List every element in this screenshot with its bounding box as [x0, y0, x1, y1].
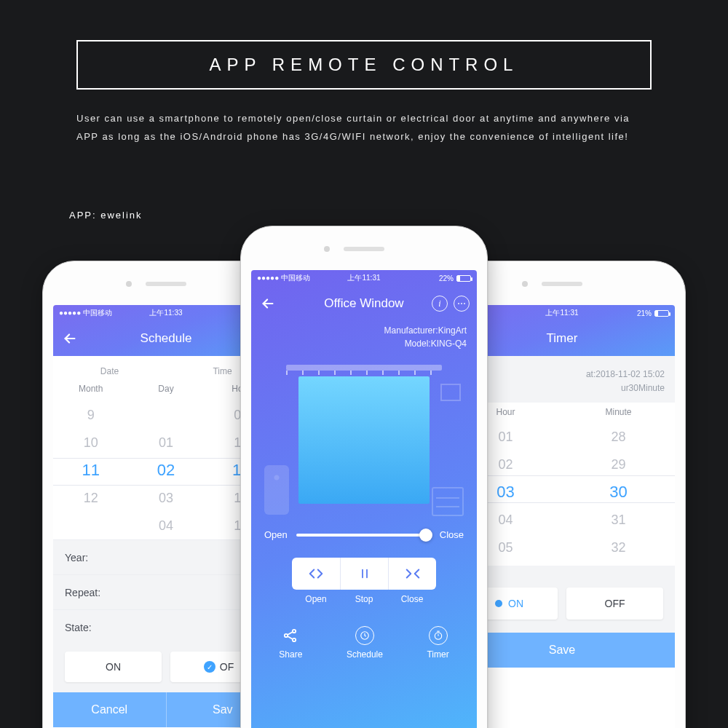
slider-knob[interactable]	[419, 529, 432, 542]
state-on-button[interactable]: ON	[65, 652, 162, 682]
curtain-visual	[251, 355, 477, 522]
device-meta: Manufacturer:KingArt Model:KING-Q4	[251, 321, 477, 355]
slider-open-label: Open	[264, 529, 288, 540]
curtain-panel	[298, 376, 430, 504]
back-icon[interactable]	[62, 331, 78, 347]
phone-device: ●●●●● 中国移动 上午11:31 22% Office Window i ⋯…	[240, 226, 488, 728]
phone-camera-dot	[324, 246, 330, 252]
nav-schedule[interactable]: Schedule	[347, 626, 383, 660]
schedule-icon	[355, 626, 374, 645]
svg-point-8	[435, 633, 441, 639]
radio-on-icon	[495, 600, 502, 607]
control-buttons	[251, 558, 477, 590]
phone-speaker	[344, 247, 384, 251]
battery-icon	[654, 310, 669, 317]
stop-button[interactable]	[340, 558, 388, 590]
close-button[interactable]	[388, 558, 436, 590]
off-button[interactable]: OFF	[566, 587, 663, 620]
picker-col-month: Month 9 10 11 12	[53, 384, 128, 539]
nav-title: Timer	[547, 331, 578, 346]
repeat-label: Repeat:	[65, 587, 100, 598]
share-icon	[281, 626, 300, 645]
timer-icon	[429, 626, 448, 645]
screen-device: ●●●●● 中国移动 上午11:31 22% Office Window i ⋯…	[251, 270, 477, 728]
open-button[interactable]	[292, 558, 340, 590]
info-icon[interactable]: i	[432, 296, 448, 312]
svg-point-2	[285, 634, 288, 637]
page-title-box: APP REMOTE CONTROL	[76, 40, 652, 90]
phone-camera-dot	[126, 281, 132, 287]
plant-icon	[264, 465, 289, 515]
nav-bar: Office Window i ⋯	[251, 286, 477, 321]
state-label: State:	[65, 622, 92, 633]
tab-date[interactable]: Date	[53, 366, 166, 376]
dresser-icon	[432, 487, 464, 516]
svg-line-6	[288, 636, 293, 639]
svg-line-5	[288, 632, 293, 635]
position-slider-row: Open Close	[251, 522, 477, 543]
nav-title: Schedule	[141, 331, 192, 346]
phone-speaker	[146, 282, 186, 286]
picker-col-day: Day 01 02 03 04	[128, 384, 203, 539]
nav-share[interactable]: Share	[279, 626, 302, 660]
page-title: APP REMOTE CONTROL	[210, 55, 519, 74]
phone-speaker	[542, 282, 582, 286]
nav-title: Office Window	[324, 296, 403, 311]
position-slider[interactable]	[296, 534, 431, 537]
phone-camera-dot	[522, 281, 528, 287]
slider-close-label: Close	[440, 529, 464, 540]
battery-icon	[456, 275, 471, 282]
svg-point-3	[293, 630, 296, 633]
picture-frame-icon	[440, 384, 461, 401]
curtain-rod	[286, 365, 442, 371]
cancel-button[interactable]: Cancel	[53, 692, 167, 727]
status-time: 上午11:31	[251, 273, 477, 283]
status-bar: ●●●●● 中国移动 上午11:31 22%	[251, 270, 477, 286]
page-description: User can use a smartphone to remotely op…	[76, 110, 652, 146]
bottom-nav: Share Schedule Timer	[251, 617, 477, 673]
app-name-label: APP: ewelink	[69, 210, 143, 221]
more-icon[interactable]: ⋯	[454, 296, 470, 312]
nav-timer[interactable]: Timer	[427, 626, 448, 660]
check-icon: ✓	[204, 661, 215, 673]
phones-row: ●●●●● 中国移动 上午11:33 22% Schedule Date Tim	[0, 226, 728, 728]
svg-point-4	[293, 638, 296, 641]
control-labels: Open Stop Close	[251, 594, 477, 617]
picker-col-minute: Minute 28 29 30 31 32	[562, 407, 675, 561]
year-label: Year:	[65, 552, 88, 563]
back-icon[interactable]	[260, 296, 276, 312]
